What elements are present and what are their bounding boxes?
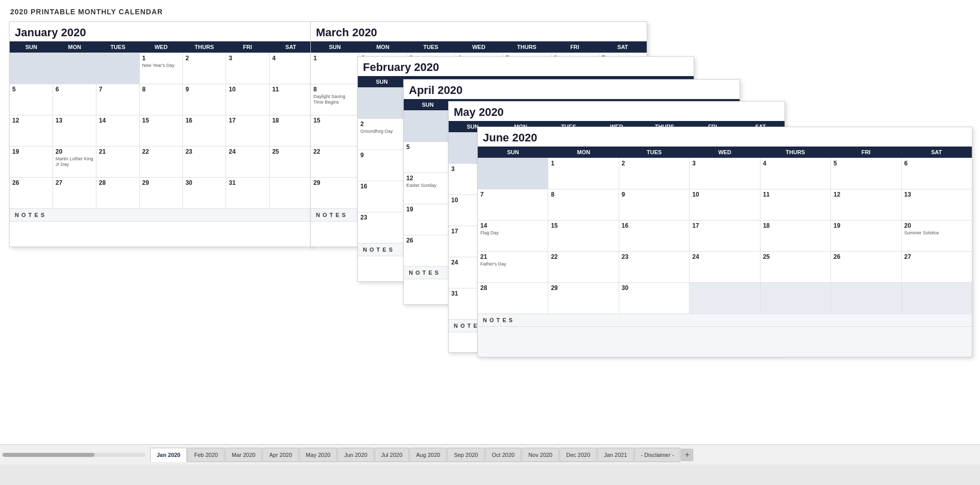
cal-cell: 28 xyxy=(478,283,548,313)
jan-fri: FRI xyxy=(226,41,270,53)
cal-cell: 8 xyxy=(548,189,619,220)
cal-cell xyxy=(831,283,901,313)
cal-cell: 29 xyxy=(548,283,619,313)
cal-cell: 26 xyxy=(10,178,53,208)
jan-title: January 2020 xyxy=(10,22,312,41)
mar-header: SUN MON TUES WED THURS FRI SAT xyxy=(311,41,647,53)
tab-aug-2020[interactable]: Aug 2020 xyxy=(409,448,447,462)
cal-cell xyxy=(761,283,831,313)
cal-cell: 2Groundhog Day xyxy=(358,119,406,150)
cal-cell: 1 xyxy=(311,53,359,84)
cal-cell: 22 xyxy=(311,147,359,177)
cal-cell: 26 xyxy=(404,235,452,266)
cal-cell: 2 xyxy=(183,53,226,84)
tab-dec-2020[interactable]: Dec 2020 xyxy=(559,448,597,462)
cal-cell: 2 xyxy=(619,158,690,189)
cal-cell: 4 xyxy=(761,158,831,189)
cal-cell: 12 xyxy=(831,189,901,220)
cal-cell: 27 xyxy=(902,252,972,282)
cal-cell: 14 xyxy=(96,115,140,146)
cal-cell: 22 xyxy=(548,252,619,282)
cal-cell xyxy=(404,111,452,141)
tab-jan-2021[interactable]: Jan 2021 xyxy=(597,448,633,462)
cal-cell: 30 xyxy=(619,283,690,313)
jan-mon: MON xyxy=(53,41,96,53)
cal-cell: 19 xyxy=(831,221,901,251)
cal-cell: 12Easter Sunday xyxy=(404,173,452,204)
cal-cell: 23 xyxy=(619,252,690,282)
cal-cell: 3 xyxy=(690,158,760,189)
cal-cell: 9 xyxy=(619,189,690,220)
tab-apr-2020[interactable]: Apr 2020 xyxy=(262,448,299,462)
cal-cell: 24 xyxy=(226,147,270,177)
cal-cell: 16 xyxy=(183,115,226,146)
cal-cell xyxy=(690,283,760,313)
sheet-scrollbar[interactable] xyxy=(3,453,145,457)
mar-title: March 2020 xyxy=(311,22,647,41)
cal-cell: 1New Year's Day xyxy=(140,53,183,84)
cal-cell: 8 xyxy=(140,84,183,115)
cal-cell: 9 xyxy=(183,84,226,115)
apr-title: April 2020 xyxy=(404,80,740,99)
cal-cell: 14Flag Day xyxy=(478,221,548,251)
jan-tue: TUES xyxy=(96,41,139,53)
cal-cell: 16 xyxy=(358,181,406,212)
cal-cell: 15 xyxy=(311,115,359,146)
jun-notes: N O T E S xyxy=(478,313,972,326)
cal-cell: 11 xyxy=(270,84,312,115)
tab-jan-2020[interactable]: Jan 2020 xyxy=(150,448,187,462)
cal-cell: 21Father's Day xyxy=(478,252,548,282)
jan-header: SUN MON TUES WED THURS FRI SAT xyxy=(10,41,312,53)
cal-cell: 19 xyxy=(404,204,452,235)
tab-disclaimer[interactable]: - Disclaimer - xyxy=(634,448,681,462)
cal-cell: 21 xyxy=(96,147,140,177)
cal-cell: 29 xyxy=(140,178,183,208)
cal-cell: 5 xyxy=(831,158,901,189)
cal-cell xyxy=(902,283,972,313)
cal-cell: 10 xyxy=(226,84,270,115)
cal-cell: 16 xyxy=(619,221,690,251)
tab-oct-2020[interactable]: Oct 2020 xyxy=(485,448,522,462)
tab-nov-2020[interactable]: Nov 2020 xyxy=(522,448,559,462)
page-title: 2020 PRINTABLE MONTHLY CALENDAR xyxy=(10,8,970,16)
cal-cell: 3 xyxy=(226,53,270,84)
cal-cell: 17 xyxy=(226,115,270,146)
cal-cell: 26 xyxy=(831,252,901,282)
calendar-january: January 2020 SUN MON TUES WED THURS FRI … xyxy=(9,21,313,247)
tab-bar: Jan 2020 Feb 2020 Mar 2020 Apr 2020 May … xyxy=(0,444,980,465)
cal-cell xyxy=(358,88,406,118)
jan-sun: SUN xyxy=(10,41,53,53)
tab-add-button[interactable]: + xyxy=(681,449,693,461)
cal-cell: 25 xyxy=(270,147,312,177)
jan-thu: THURS xyxy=(183,41,226,53)
tab-sep-2020[interactable]: Sep 2020 xyxy=(447,448,484,462)
cal-cell: 13 xyxy=(902,189,972,220)
feb-title: February 2020 xyxy=(358,57,694,76)
cal-cell: 30 xyxy=(183,178,226,208)
cal-cell: 24 xyxy=(690,252,760,282)
tab-may-2020[interactable]: May 2020 xyxy=(299,448,337,462)
cal-cell: 12 xyxy=(10,115,53,146)
cal-cell xyxy=(53,53,96,84)
cal-cell: 18 xyxy=(761,221,831,251)
tab-jul-2020[interactable]: Jul 2020 xyxy=(375,448,409,462)
cal-cell: 25 xyxy=(761,252,831,282)
cal-cell: 29 xyxy=(311,178,359,208)
cal-cell: 31 xyxy=(226,178,270,208)
cal-cell: 15 xyxy=(140,115,183,146)
cal-cell: 7 xyxy=(96,84,140,115)
cal-cell: 20Martin Luther King Jr Day xyxy=(53,147,96,177)
cal-cell: 8Daylight Saving Time Begins xyxy=(311,84,359,115)
cal-cell xyxy=(270,178,312,208)
cal-cell: 23 xyxy=(358,212,406,243)
cal-cell: 4 xyxy=(270,53,312,84)
tab-feb-2020[interactable]: Feb 2020 xyxy=(187,448,224,462)
tab-jun-2020[interactable]: Jun 2020 xyxy=(337,448,374,462)
cal-cell: 6 xyxy=(902,158,972,189)
cal-cell: 20Summer Solstice xyxy=(902,221,972,251)
cal-cell: 10 xyxy=(690,189,760,220)
main-area: 2020 PRINTABLE MONTHLY CALENDAR January … xyxy=(0,0,980,465)
jan-sat: SAT xyxy=(269,41,312,53)
tab-mar-2020[interactable]: Mar 2020 xyxy=(225,448,262,462)
cal-cell xyxy=(478,158,548,189)
